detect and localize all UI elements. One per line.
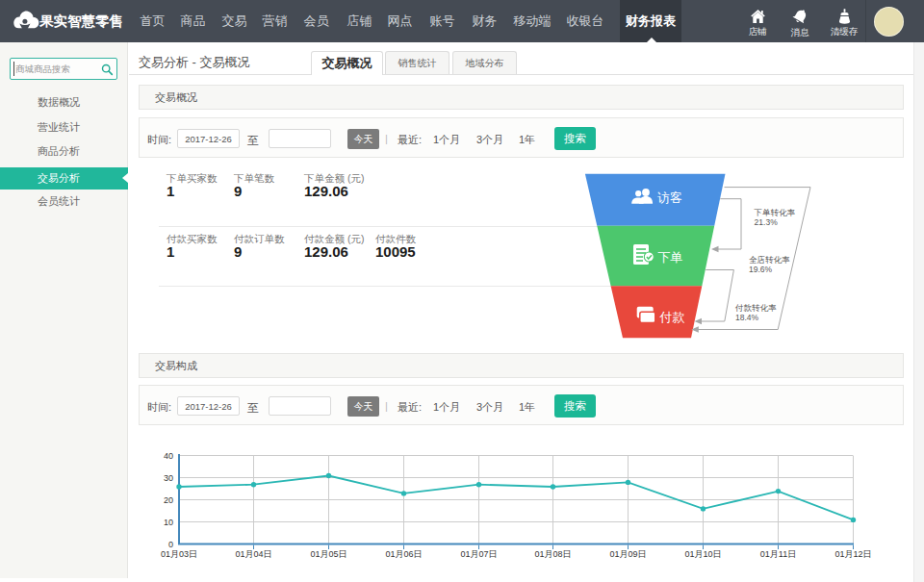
svg-text:全店转化率: 全店转化率 xyxy=(749,255,790,265)
svg-text:01月11日: 01月11日 xyxy=(760,549,796,559)
svg-text:01月03日: 01月03日 xyxy=(161,549,197,559)
svg-text:01月05日: 01月05日 xyxy=(310,549,346,559)
svg-text:01月08日: 01月08日 xyxy=(534,549,571,559)
svg-text:付款: 付款 xyxy=(658,310,684,324)
svg-text:01月04日: 01月04日 xyxy=(235,549,271,559)
svg-text:10: 10 xyxy=(164,518,173,527)
svg-text:访客: 访客 xyxy=(657,190,682,205)
svg-text:01月12日: 01月12日 xyxy=(834,549,871,559)
svg-text:下单: 下单 xyxy=(657,250,682,265)
svg-text:19.6%: 19.6% xyxy=(749,265,773,274)
svg-text:01月10日: 01月10日 xyxy=(684,549,721,559)
svg-text:30: 30 xyxy=(164,473,173,483)
svg-text:40: 40 xyxy=(164,451,173,461)
svg-text:21.3%: 21.3% xyxy=(755,217,779,227)
svg-text:0: 0 xyxy=(168,540,173,549)
svg-text:01月07日: 01月07日 xyxy=(460,549,497,559)
svg-text:01月09日: 01月09日 xyxy=(609,549,646,559)
svg-text:付款转化率: 付款转化率 xyxy=(734,303,777,313)
svg-text:下单转化率: 下单转化率 xyxy=(754,208,796,217)
svg-text:01月06日: 01月06日 xyxy=(385,549,422,559)
svg-text:18.4%: 18.4% xyxy=(735,313,759,322)
svg-text:20: 20 xyxy=(164,495,173,505)
